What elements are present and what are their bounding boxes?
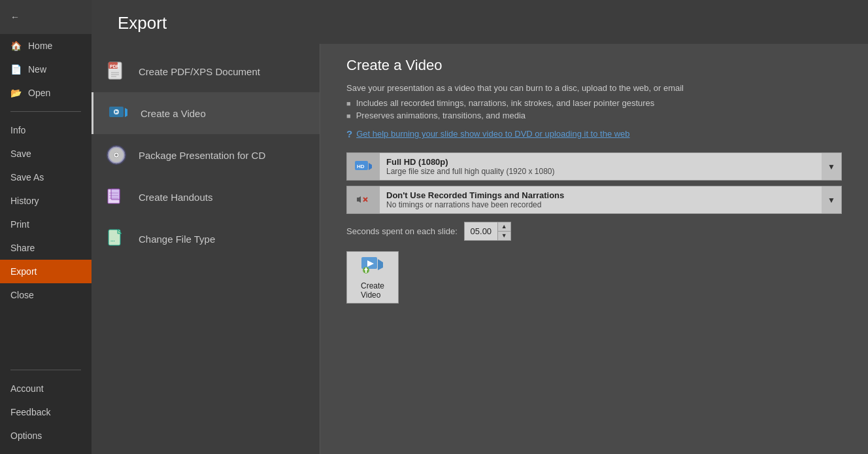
sidebar-item-options[interactable]: Options: [0, 424, 92, 447]
svg-marker-31: [378, 259, 383, 270]
sidebar-item-label-close: Close: [10, 290, 34, 300]
export-option-pdf[interactable]: PDF Create PDF/XPS Document: [92, 50, 320, 92]
sidebar-divider-1: [10, 111, 81, 112]
timing-dropdown-icon: [347, 186, 380, 213]
cd-svg-icon: [106, 145, 127, 166]
pdf-svg-icon: PDF: [106, 61, 127, 82]
svg-text:PDF: PDF: [110, 64, 120, 69]
sidebar-item-label-feedback: Feedback: [10, 407, 50, 417]
sidebar-item-open[interactable]: 📂 Open: [0, 81, 92, 105]
create-video-button[interactable]: CreateVideo: [346, 251, 399, 304]
detail-title: Create a Video: [346, 57, 842, 74]
sidebar-item-label-account: Account: [10, 383, 44, 394]
filetype-svg-icon: ...: [106, 228, 127, 249]
timing-dropdown-container: Don't Use Recorded Timings and Narration…: [346, 186, 842, 214]
seconds-label: Seconds spent on each slide:: [346, 226, 458, 236]
sidebar-divider-2: [10, 370, 81, 370]
export-option-filetype[interactable]: ... Change File Type: [92, 218, 320, 260]
export-option-video-label: Create a Video: [141, 108, 206, 119]
detail-bullet-text-1: Includes all recorded timings, narration…: [356, 98, 655, 108]
quality-dropdown-text: Full HD (1080p) Large file size and full…: [380, 153, 822, 180]
sidebar-item-history[interactable]: History: [0, 189, 92, 213]
sidebar-item-new[interactable]: 📄 New: [0, 58, 92, 81]
video-svg-icon: [108, 103, 129, 124]
sidebar-item-info[interactable]: Info: [0, 118, 92, 142]
sidebar-item-label-saveas: Save As: [10, 172, 44, 183]
spinner-up-button[interactable]: ▲: [498, 222, 510, 231]
sidebar-item-account[interactable]: Account: [0, 377, 92, 400]
create-video-svg: [361, 256, 384, 274]
export-option-cd[interactable]: Package Presentation for CD: [92, 134, 320, 176]
create-video-button-icon: [361, 256, 384, 279]
quality-dropdown-container: HD Full HD (1080p) Large file size and f…: [346, 152, 842, 181]
bullet-icon-2: ■: [346, 112, 351, 120]
sidebar-item-label-options: Options: [10, 430, 42, 441]
sidebar-item-home[interactable]: 🏠 Home: [0, 34, 92, 58]
cd-icon: [105, 143, 128, 167]
create-video-button-label: CreateVideo: [361, 281, 384, 300]
page-title: Export: [92, 0, 868, 44]
svg-text:HD: HD: [357, 164, 365, 169]
detail-description: Save your presentation as a video that y…: [346, 83, 842, 93]
svg-point-12: [115, 154, 118, 156]
sidebar-item-print[interactable]: Print: [0, 213, 92, 236]
filetype-icon: ...: [105, 227, 128, 251]
sidebar-item-label-info: Info: [10, 125, 25, 135]
seconds-row: Seconds spent on each slide: ▲ ▼: [346, 222, 842, 241]
sidebar: ← 🏠 Home 📄 New 📂 Open Info Save Save As …: [0, 0, 92, 454]
sidebar-item-share[interactable]: Share: [0, 236, 92, 260]
timing-sub-text: No timings or narrations have been recor…: [386, 200, 815, 209]
quality-sub-text: Large file size and full high quality (1…: [386, 167, 815, 176]
new-icon: 📄: [10, 64, 22, 75]
quality-dropdown-icon: HD: [347, 153, 380, 180]
sidebar-item-close[interactable]: Close: [0, 283, 92, 307]
seconds-input[interactable]: [465, 224, 497, 239]
timing-dropdown[interactable]: Don't Use Recorded Timings and Narration…: [346, 186, 842, 214]
handouts-svg-icon: [106, 186, 127, 207]
handouts-icon: [105, 185, 128, 209]
export-option-handouts-label: Create Handouts: [139, 192, 212, 203]
sidebar-item-export[interactable]: Export: [0, 260, 92, 283]
svg-marker-23: [369, 163, 372, 170]
spinner-down-button[interactable]: ▼: [498, 231, 510, 240]
no-audio-icon: [354, 193, 373, 207]
timing-main-text: Don't Use Recorded Timings and Narration…: [386, 190, 815, 200]
export-option-filetype-label: Change File Type: [139, 234, 215, 245]
export-option-video[interactable]: Create a Video: [92, 92, 320, 134]
detail-bullet-text-2: Preserves animations, transitions, and m…: [356, 111, 526, 120]
quality-main-text: Full HD (1080p): [386, 157, 815, 167]
spinner-buttons: ▲ ▼: [497, 222, 510, 240]
sidebar-item-label-export: Export: [10, 266, 37, 277]
help-question-icon: ?: [346, 128, 352, 139]
export-option-pdf-label: Create PDF/XPS Document: [139, 66, 260, 77]
help-link-row: ? Get help burning your slide show video…: [346, 128, 842, 139]
export-option-handouts[interactable]: Create Handouts: [92, 176, 320, 218]
hd-video-icon: HD: [354, 160, 373, 174]
bullet-icon-1: ■: [346, 99, 351, 107]
back-button[interactable]: ←: [0, 0, 92, 34]
sidebar-bottom: Account Feedback Options: [0, 363, 92, 454]
sidebar-item-save[interactable]: Save: [0, 142, 92, 166]
quality-dropdown[interactable]: HD Full HD (1080p) Large file size and f…: [346, 152, 842, 181]
sidebar-item-feedback[interactable]: Feedback: [0, 400, 92, 424]
seconds-spinner: ▲ ▼: [464, 222, 511, 241]
export-detail-panel: Create a Video Save your presentation as…: [320, 44, 868, 454]
open-icon: 📂: [10, 88, 22, 98]
sidebar-item-label-save: Save: [10, 148, 31, 159]
quality-dropdown-arrow[interactable]: ▼: [822, 153, 841, 180]
help-link-text[interactable]: Get help burning your slide show video t…: [356, 129, 629, 139]
main-content: Export PDF Create PDF/XPS Document: [92, 0, 868, 454]
svg-text:...: ...: [110, 237, 115, 243]
sidebar-item-label-share: Share: [10, 243, 35, 253]
sidebar-item-label-open: Open: [28, 88, 50, 98]
timing-dropdown-arrow[interactable]: ▼: [822, 186, 841, 213]
detail-bullet-1: ■ Includes all recorded timings, narrati…: [346, 98, 842, 108]
sidebar-item-saveas[interactable]: Save As: [0, 166, 92, 189]
export-options-panel: PDF Create PDF/XPS Document: [92, 44, 320, 454]
content-area: PDF Create PDF/XPS Document: [92, 44, 868, 454]
back-icon: ←: [10, 12, 20, 22]
svg-marker-7: [125, 108, 127, 117]
export-option-cd-label: Package Presentation for CD: [139, 150, 265, 161]
timing-dropdown-text: Don't Use Recorded Timings and Narration…: [380, 186, 822, 213]
video-icon: [107, 101, 130, 125]
